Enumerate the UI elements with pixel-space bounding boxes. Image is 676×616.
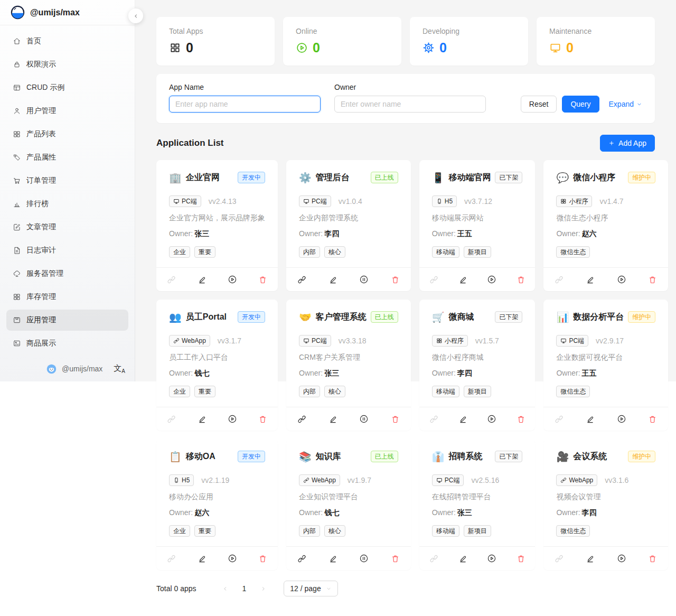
pagination-prev-button[interactable] [215,585,235,592]
sidebar-item-产品列表[interactable]: 产品列表 [6,124,128,145]
translate-icon[interactable]: 文A [114,363,125,374]
status-badge: 已上线 [371,172,398,183]
app-card-actions [543,546,668,570]
open-link-button[interactable] [156,415,187,424]
open-link-button[interactable] [156,554,187,563]
delete-app-button[interactable] [380,415,411,424]
delete-app-button[interactable] [248,275,278,284]
open-link-button[interactable] [543,554,575,563]
edit-app-button[interactable] [575,415,606,424]
delete-app-button[interactable] [506,275,536,284]
gear-icon [422,42,435,54]
user-avatar[interactable] [46,363,57,375]
sidebar-item-日志审计[interactable]: 日志审计 [6,240,128,261]
open-link-button[interactable] [419,554,448,563]
pagination: Total 0 apps 1 12 / page [156,581,655,596]
sidebar-item-商品展示[interactable]: 商品展示 [6,333,128,354]
delete-app-button[interactable] [637,275,668,284]
trash-icon [391,415,400,424]
status-badge: 维护中 [628,451,655,462]
sidebar-item-排行榜[interactable]: 排行榜 [6,193,128,214]
edit-app-button[interactable] [187,554,218,563]
start-app-button[interactable] [606,414,637,424]
delete-app-button[interactable] [248,554,278,563]
sidebar-item-库存管理[interactable]: 库存管理 [6,286,128,307]
delete-app-button[interactable] [637,554,668,563]
open-link-button[interactable] [286,554,317,563]
start-app-button[interactable] [217,414,248,424]
sidebar-item-首页[interactable]: 首页 [6,31,128,52]
add-app-button[interactable]: Add App [600,135,655,152]
open-link-button[interactable] [543,275,575,284]
delete-app-button[interactable] [248,415,278,424]
query-button[interactable]: Query [562,96,599,113]
start-app-button[interactable] [477,414,506,424]
platform-tag: WebApp [169,335,210,347]
edit-app-button[interactable] [317,275,349,284]
start-app-button[interactable] [606,554,637,563]
app-tags: 微信生态 [556,386,655,397]
app-card-移动OA: 📋 移动OA 开发中 H5 vv2.1.19 移动办公应用 Owner:赵六 企… [156,439,278,570]
delete-app-button[interactable] [380,275,411,284]
sidebar-collapse-button[interactable] [128,8,143,23]
pagination-page-number[interactable]: 1 [235,584,254,593]
edit-app-button[interactable] [317,554,349,563]
open-link-button[interactable] [419,415,448,424]
edit-app-button[interactable] [187,275,218,284]
app-card-body: 🎥 会议系统 维护中 WebApp vv3.1.6 视频会议管理 Owner:李… [543,439,668,546]
sidebar-item-产品属性[interactable]: 产品属性 [6,147,128,168]
delete-app-button[interactable] [506,554,536,563]
sidebar-item-文章管理[interactable]: 文章管理 [6,217,128,238]
start-app-button[interactable] [217,275,248,284]
app-emoji-icon: 📱 [432,173,445,183]
open-link-button[interactable] [156,275,187,284]
start-app-button[interactable] [477,275,506,284]
sidebar-item-应用管理[interactable]: 应用管理 [6,310,128,331]
stat-label: Developing [422,27,515,35]
app-card-移动端官网: 📱 移动端官网 已下架 H5 vv3.7.12 移动端展示网站 Owner:王五… [419,160,536,291]
sidebar-item-label: 应用管理 [26,315,56,325]
owner-input[interactable] [334,96,486,113]
delete-app-button[interactable] [506,415,536,424]
sidebar-item-用户管理[interactable]: 用户管理 [6,100,128,122]
start-app-button[interactable] [217,554,248,563]
app-name: 客户管理系统 [316,312,367,323]
open-link-button[interactable] [286,415,317,424]
app-name-input[interactable] [169,96,321,113]
pagination-next-button[interactable] [253,585,273,592]
app-description: 微信生态小程序 [556,213,655,223]
open-link-button[interactable] [286,275,317,284]
app-tags: 内部核心 [299,246,398,258]
app-card-招聘系统: 👔 招聘系统 已下架 PC端 vv2.5.16 在线招聘管理平台 Owner:张… [419,439,536,570]
pause-app-button[interactable] [349,275,380,284]
edit-app-button[interactable] [448,275,477,284]
plus-icon [608,140,615,146]
sidebar-item-权限演示[interactable]: 权限演示 [6,54,128,75]
pause-app-button[interactable] [349,414,380,424]
sidebar-item-服务器管理[interactable]: 服务器管理 [6,263,128,284]
expand-toggle[interactable]: Expand [609,100,642,108]
edit-app-button[interactable] [575,275,606,284]
start-app-button[interactable] [477,554,506,563]
sidebar-item-订单管理[interactable]: 订单管理 [6,170,128,191]
sidebar-item-label: 首页 [26,36,41,46]
edit-icon [586,415,595,424]
open-link-button[interactable] [543,415,575,424]
edit-app-button[interactable] [448,554,477,563]
edit-app-button[interactable] [317,415,349,424]
sidebar-item-CRUD 示例[interactable]: CRUD 示例 [6,77,128,98]
edit-app-button[interactable] [448,415,477,424]
pause-app-button[interactable] [349,554,380,563]
platform-tag: WebApp [299,474,340,486]
delete-app-button[interactable] [380,554,411,563]
sidebar-item-label: 权限演示 [26,60,56,69]
page-size-select[interactable]: 12 / page [284,581,337,596]
app-card-actions [543,267,668,291]
edit-app-button[interactable] [187,415,218,424]
app-name: 企业官网 [186,172,220,183]
delete-app-button[interactable] [637,415,668,424]
start-app-button[interactable] [606,275,637,284]
open-link-button[interactable] [419,275,448,284]
edit-app-button[interactable] [575,554,606,563]
reset-button[interactable]: Reset [521,96,557,113]
